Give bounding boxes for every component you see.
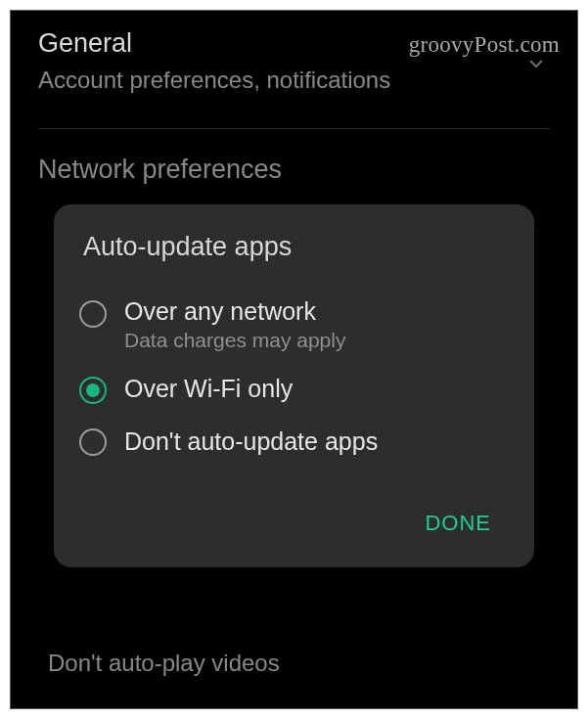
general-subtitle: Account preferences, notifications <box>38 65 550 95</box>
option-label: Over Wi-Fi only <box>124 374 293 404</box>
option-label: Over any network <box>124 296 345 327</box>
radio-icon <box>79 428 107 456</box>
option-over-wifi-only[interactable]: Over Wi-Fi only <box>79 363 509 415</box>
settings-screen: groovyPost.com General Account preferenc… <box>10 10 578 709</box>
dialog-actions: DONE <box>79 503 509 550</box>
option-dont-auto-update[interactable]: Don't auto-update apps <box>79 416 509 468</box>
auto-update-dialog: Auto-update apps Over any network Data c… <box>54 204 534 567</box>
radio-icon-selected <box>79 377 107 404</box>
dialog-title: Auto-update apps <box>83 232 509 262</box>
divider <box>38 128 550 129</box>
network-section[interactable]: Network preferences <box>38 155 550 185</box>
option-over-any-network[interactable]: Over any network Data charges may apply <box>79 286 509 363</box>
general-section[interactable]: General Account preferences, notificatio… <box>38 28 550 95</box>
network-title: Network preferences <box>38 155 550 185</box>
option-label: Don't auto-update apps <box>124 427 378 457</box>
radio-icon <box>79 300 107 328</box>
option-sublabel: Data charges may apply <box>124 329 345 352</box>
general-title: General <box>38 28 550 59</box>
autoplay-hint: Don't auto-play videos <box>48 650 280 677</box>
chevron-down-icon <box>524 52 548 75</box>
done-button[interactable]: DONE <box>415 503 501 544</box>
